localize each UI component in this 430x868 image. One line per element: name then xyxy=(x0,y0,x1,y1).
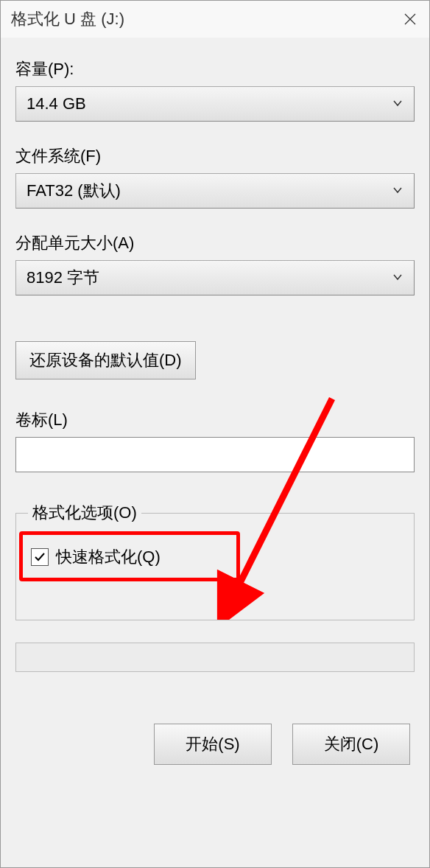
capacity-value: 14.4 GB xyxy=(27,94,86,113)
dialog-content: 容量(P): 14.4 GB 文件系统(F) FAT32 (默认) xyxy=(1,38,429,867)
format-options-fieldset: 格式化选项(O) 快速格式化(Q) xyxy=(15,502,415,620)
quick-format-label: 快速格式化(Q) xyxy=(56,546,161,568)
allocation-select[interactable]: 8192 字节 xyxy=(15,260,415,295)
titlebar: 格式化 U 盘 (J:) xyxy=(1,1,429,38)
quick-format-row[interactable]: 快速格式化(Q) xyxy=(31,546,399,568)
restore-defaults-button[interactable]: 还原设备的默认值(D) xyxy=(15,341,196,379)
footer-buttons: 开始(S) 关闭(C) xyxy=(15,724,415,765)
start-button[interactable]: 开始(S) xyxy=(154,724,272,765)
quick-format-checkbox[interactable] xyxy=(31,548,49,566)
volume-label-input[interactable] xyxy=(15,437,415,472)
chevron-down-icon xyxy=(392,94,403,113)
capacity-select[interactable]: 14.4 GB xyxy=(15,86,415,122)
close-icon[interactable] xyxy=(401,10,419,28)
allocation-label: 分配单元大小(A) xyxy=(15,232,415,254)
window-title: 格式化 U 盘 (J:) xyxy=(11,8,124,30)
filesystem-value: FAT32 (默认) xyxy=(27,180,121,202)
allocation-value: 8192 字节 xyxy=(27,267,99,289)
volume-label-label: 卷标(L) xyxy=(15,409,415,431)
status-box xyxy=(15,643,415,672)
chevron-down-icon xyxy=(392,268,403,287)
format-options-legend: 格式化选项(O) xyxy=(28,502,141,524)
filesystem-label: 文件系统(F) xyxy=(15,145,415,167)
format-dialog-window: 格式化 U 盘 (J:) 容量(P): 14.4 GB 文件系统(F) xyxy=(0,0,430,868)
capacity-label: 容量(P): xyxy=(15,58,415,80)
filesystem-select[interactable]: FAT32 (默认) xyxy=(15,173,415,209)
close-button[interactable]: 关闭(C) xyxy=(292,724,410,765)
chevron-down-icon xyxy=(392,181,403,200)
